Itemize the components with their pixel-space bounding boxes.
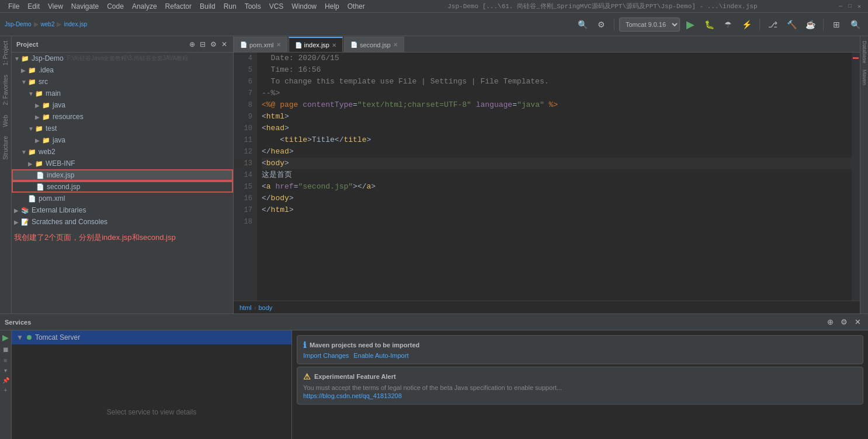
services-add-btn[interactable]: ⊕ <box>825 316 836 327</box>
tree-item-resources[interactable]: ▶ 📁 resources <box>12 111 233 123</box>
maximize-button[interactable]: □ <box>846 2 854 11</box>
tab-pom-xml[interactable]: 📄 pom.xml ✕ <box>234 37 287 52</box>
menu-tools[interactable]: Tools <box>241 1 265 12</box>
menu-analyze[interactable]: Analyze <box>129 1 161 12</box>
search-button[interactable]: 🔍 <box>574 16 591 33</box>
services-title: Services <box>5 319 31 326</box>
tree-item-pom-xml[interactable]: 📄 pom.xml <box>12 193 233 204</box>
sidebar-collapse-btn[interactable]: ⊟ <box>199 39 207 50</box>
menu-edit[interactable]: Edit <box>24 1 43 12</box>
sidebar-tab-structure[interactable]: Structure <box>1 134 10 162</box>
menu-navigate[interactable]: Navigate <box>68 1 102 12</box>
sidebar-add-btn[interactable]: ⊕ <box>188 39 196 50</box>
services-settings-btn[interactable]: ⚙ <box>838 316 850 327</box>
sdk-button[interactable]: ☕ <box>802 16 818 33</box>
tree-label-idea: .idea <box>39 66 54 74</box>
build-button[interactable]: 🔨 <box>783 16 800 33</box>
tree-item-java2[interactable]: ▶ 📁 java <box>12 134 233 146</box>
tab-close-index-jsp[interactable]: ✕ <box>332 42 336 48</box>
file-icon-index-jsp: 📄 <box>36 172 44 179</box>
tab-label-pom-xml: pom.xml <box>249 41 274 48</box>
sidebar-tab-project[interactable]: 1: Project <box>1 39 10 68</box>
minimize-button[interactable]: — <box>836 2 845 11</box>
editor-area: 45678 9101112 13 1415161718 Date: 2020/6… <box>234 53 860 313</box>
notif-experimental-body: You must accept the terms of legal notic… <box>303 384 857 392</box>
run-service-btn[interactable]: ▶ <box>1 332 10 343</box>
stop-service-btn[interactable]: ⏹ <box>1 344 11 355</box>
terminal-button[interactable]: ⊞ <box>828 16 845 33</box>
notif-experimental-link[interactable]: https://blog.csdn.net/qq_41813208 <box>303 392 402 399</box>
zoom-button[interactable]: 🔍 <box>847 16 863 33</box>
debug-button[interactable]: 🐛 <box>701 16 717 33</box>
service-expand-tomcat: ▼ <box>16 333 23 342</box>
tree-item-index-jsp[interactable]: 📄 index.jsp <box>12 169 233 181</box>
menu-refactor[interactable]: Refactor <box>162 1 195 12</box>
tree-item-src[interactable]: ▼ 📁 src <box>12 76 233 88</box>
tree-label-jsp-demo: Jsp-Demo <box>32 54 64 62</box>
run-button[interactable]: ▶ <box>682 16 699 33</box>
sidebar-tab-favorites[interactable]: 2: Favorites <box>1 72 10 107</box>
tree-item-ext-libs[interactable]: ▶ 📚 External Libraries <box>12 204 233 216</box>
tree-item-second-jsp[interactable]: 📄 second.jsp <box>12 181 233 193</box>
menu-help[interactable]: Help <box>321 1 343 12</box>
editor-annotation: 我创建了2个页面，分别是index.jsp和second.jsp <box>14 233 176 242</box>
nav-file[interactable]: index.jsp <box>64 21 86 27</box>
menu-file[interactable]: File <box>5 1 23 12</box>
settings-button[interactable]: ⚙ <box>593 16 609 33</box>
toolbar-sep2 <box>759 19 760 30</box>
menu-vcs[interactable]: VCS <box>266 1 287 12</box>
tree-item-main[interactable]: ▼ 📁 main <box>12 88 233 99</box>
notif-import-changes-link[interactable]: Import Changes <box>303 352 349 359</box>
profile-button[interactable]: ⚡ <box>738 16 755 33</box>
code-line-18 <box>262 216 852 228</box>
menu-window[interactable]: Window <box>288 1 320 12</box>
coverage-button[interactable]: ☂ <box>720 16 736 33</box>
tab-close-second-jsp[interactable]: ✕ <box>393 41 398 48</box>
tab-close-pom-xml[interactable]: ✕ <box>276 41 281 48</box>
tab-second-jsp[interactable]: 📄 second.jsp ✕ <box>344 37 404 52</box>
menu-run[interactable]: Run <box>220 1 240 12</box>
service-item-tomcat[interactable]: ▼ Tomcat Server <box>12 330 291 344</box>
services-close-btn[interactable]: ✕ <box>852 316 863 327</box>
tree-item-scratches[interactable]: ▶ 📝 Scratches and Consoles <box>12 216 233 228</box>
code-editor[interactable]: Date: 2020/6/15 Time: 16:56 To change th… <box>257 53 852 301</box>
list-service-btn[interactable]: ≡ <box>3 356 9 365</box>
menu-code[interactable]: Code <box>103 1 127 12</box>
bottom-content: ▶ ⏹ ≡ ▾ 📌 + ▼ Tomcat Server Select servi… <box>0 330 868 439</box>
folder-icon-test: 📁 <box>35 125 43 133</box>
sidebar-tab-web[interactable]: Web <box>1 113 10 129</box>
right-panel-database[interactable]: Database <box>862 39 867 66</box>
tree-item-test[interactable]: ▼ 📁 test <box>12 123 233 134</box>
notif-enable-autoimport-link[interactable]: Enable Auto-Import <box>353 352 408 359</box>
expand-arrow-test: ▼ <box>28 126 35 132</box>
tree-item-jsp-demo[interactable]: ▼ 📁 Jsp-Demo F:\尚硅谷Java全套教程\3.尚硅谷全套JAVA教… <box>12 53 233 64</box>
right-panel-maven[interactable]: Maven <box>862 67 867 88</box>
tree-label-second-jsp: second.jsp <box>47 183 80 191</box>
run-config-select[interactable]: Tomcat 9.0.16 <box>619 18 680 32</box>
notif-info-icon: ℹ <box>303 340 306 350</box>
nav-project[interactable]: Jsp-Demo <box>5 21 32 27</box>
filter-service-btn[interactable]: ▾ <box>3 366 8 375</box>
close-button[interactable]: ✕ <box>855 2 863 11</box>
breadcrumb-html[interactable]: html <box>239 304 252 311</box>
add-service2-btn[interactable]: + <box>3 386 9 395</box>
tree-item-idea[interactable]: ▶ 📁 .idea <box>12 64 233 76</box>
breadcrumb-body[interactable]: body <box>258 304 272 311</box>
git-button[interactable]: ⎇ <box>765 16 781 33</box>
tab-index-jsp[interactable]: 📄 index.jsp ✕ <box>289 37 343 52</box>
menu-build[interactable]: Build <box>196 1 219 12</box>
menu-other[interactable]: Other <box>344 1 369 12</box>
tab-icon-index-jsp: 📄 <box>295 42 302 48</box>
tree-item-java[interactable]: ▶ 📁 java <box>12 99 233 111</box>
expand-arrow-resources: ▶ <box>35 114 42 120</box>
pin-service-btn[interactable]: 📌 <box>1 376 11 385</box>
nav-web2[interactable]: web2 <box>41 21 55 27</box>
tree-item-web-inf[interactable]: ▶ 📁 WEB-INF <box>12 158 233 169</box>
sidebar-settings-btn[interactable]: ⚙ <box>209 39 218 50</box>
code-line-4: Date: 2020/6/15 <box>262 53 852 64</box>
tree-item-web2[interactable]: ▼ 📁 web2 <box>12 146 233 158</box>
code-line-10: <head> <box>262 123 852 134</box>
sidebar-close-btn[interactable]: ✕ <box>220 39 228 50</box>
menu-view[interactable]: View <box>44 1 67 12</box>
tree-label-pom-xml: pom.xml <box>39 194 65 203</box>
